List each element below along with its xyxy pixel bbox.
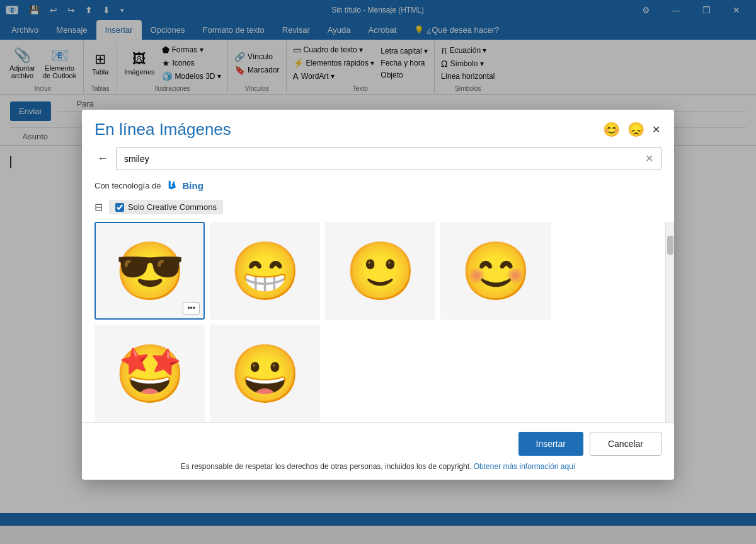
- emoji-1: 😁: [230, 243, 301, 299]
- filter-label: Solo Creative Commons: [128, 202, 217, 212]
- footer-link[interactable]: Obtener más información aquí: [474, 462, 575, 471]
- filter-icon-button[interactable]: ⊟: [94, 201, 103, 213]
- filter-icon: ⊟: [94, 202, 103, 212]
- search-input[interactable]: [124, 154, 645, 164]
- insert-button[interactable]: Insertar: [518, 432, 583, 456]
- modal-header: En línea Imágenes 😊 😞 ✕: [82, 110, 674, 144]
- bing-name: Bing: [183, 180, 203, 191]
- image-item-1[interactable]: 😁: [210, 222, 320, 320]
- filter-row: ⊟ Solo Creative Commons: [82, 199, 674, 222]
- emoji-2: 🙂: [345, 243, 416, 299]
- emoji-4: 🤩: [115, 345, 185, 402]
- modal-footer: Insertar Cancelar Es responsable de resp…: [82, 422, 674, 480]
- image-item-3[interactable]: 😊: [440, 222, 551, 320]
- cancel-button[interactable]: Cancelar: [590, 432, 662, 456]
- back-button[interactable]: ←: [94, 149, 111, 168]
- creative-commons-filter[interactable]: Solo Creative Commons: [109, 200, 223, 214]
- modal-overlay: En línea Imágenes 😊 😞 ✕ ← ✕ Con tecnolog…: [0, 0, 756, 544]
- modal-header-icons: 😊 😞: [602, 120, 646, 139]
- modal-title: En línea Imágenes: [94, 120, 231, 139]
- emoji-3: 😊: [461, 243, 531, 299]
- footer-note: Es responsable de respetar los derechos …: [94, 462, 662, 471]
- emoji-5: 😀: [230, 345, 301, 402]
- search-clear-button[interactable]: ✕: [645, 153, 653, 165]
- scrollbar-thumb[interactable]: [667, 236, 673, 255]
- image-grid: 😎 ••• 😁 🙂 😊 🤩 😀: [82, 222, 665, 422]
- creative-commons-checkbox[interactable]: [115, 203, 124, 212]
- image-more-button-0[interactable]: •••: [183, 302, 200, 315]
- emoji-0: 😎: [115, 243, 185, 299]
- search-box: ✕: [116, 147, 662, 170]
- inline-images-modal: En línea Imágenes 😊 😞 ✕ ← ✕ Con tecnolog…: [82, 110, 674, 480]
- footer-note-text: Es responsable de respetar los derechos …: [181, 462, 472, 471]
- image-item-4[interactable]: 🤩: [94, 325, 205, 422]
- footer-buttons: Insertar Cancelar: [94, 432, 662, 456]
- image-item-5[interactable]: 😀: [210, 325, 320, 422]
- image-item-0[interactable]: 😎 •••: [94, 222, 205, 320]
- modal-search-row: ← ✕: [82, 144, 674, 178]
- image-area: 😎 ••• 😁 🙂 😊 🤩 😀: [82, 222, 674, 422]
- image-item-2[interactable]: 🙂: [325, 222, 435, 320]
- happy-face-button[interactable]: 😊: [602, 120, 621, 139]
- sad-face-button[interactable]: 😞: [626, 120, 646, 139]
- scrollbar[interactable]: [665, 222, 674, 422]
- bing-label: Con tecnología de: [94, 181, 161, 190]
- bing-row: Con tecnología de Bing: [82, 178, 674, 199]
- bing-logo-icon: [166, 179, 178, 192]
- modal-close-button[interactable]: ✕: [651, 122, 662, 137]
